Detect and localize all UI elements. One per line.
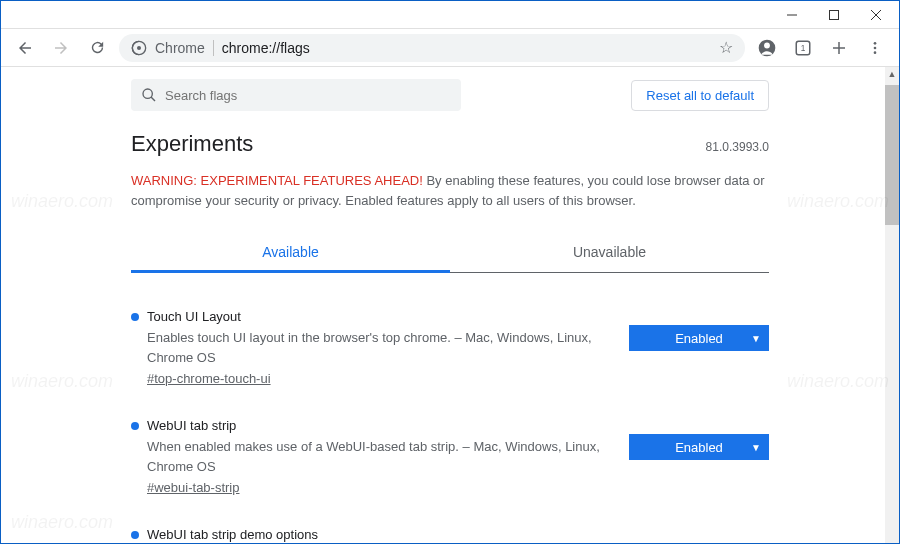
flag-item: WebUI tab strip When enabled makes use o…: [131, 406, 769, 515]
menu-icon[interactable]: [861, 34, 889, 62]
svg-rect-1: [830, 10, 839, 19]
tab-unavailable[interactable]: Unavailable: [450, 234, 769, 272]
nav-back-button[interactable]: [11, 34, 39, 62]
nav-forward-button[interactable]: [47, 34, 75, 62]
flag-hash-link[interactable]: #webui-tab-strip: [147, 480, 609, 495]
flag-description: When enabled makes use of a WebUI-based …: [147, 437, 609, 476]
chevron-down-icon: ▼: [751, 333, 761, 344]
scrollbar[interactable]: ▲: [885, 67, 899, 543]
scroll-up-icon[interactable]: ▲: [885, 67, 899, 81]
window-close-button[interactable]: [855, 1, 897, 29]
svg-point-14: [874, 51, 877, 54]
tab-count-icon[interactable]: 1: [789, 34, 817, 62]
site-info-icon[interactable]: [131, 40, 147, 56]
svg-text:1: 1: [801, 44, 806, 53]
new-tab-button[interactable]: [825, 34, 853, 62]
scrollbar-thumb[interactable]: [885, 85, 899, 225]
flag-state-dropdown[interactable]: Enabled ▼: [629, 434, 769, 460]
flag-state-dropdown[interactable]: Enabled ▼: [629, 325, 769, 351]
warning-prefix: WARNING: EXPERIMENTAL FEATURES AHEAD!: [131, 173, 423, 188]
browser-toolbar: Chrome chrome://flags ☆ 1: [1, 29, 899, 67]
url-text: chrome://flags: [222, 40, 711, 56]
search-icon: [141, 87, 157, 103]
tab-available[interactable]: Available: [131, 234, 450, 273]
version-label: 81.0.3993.0: [706, 140, 769, 154]
svg-point-7: [764, 42, 770, 48]
window-maximize-button[interactable]: [813, 1, 855, 29]
warning-text: WARNING: EXPERIMENTAL FEATURES AHEAD! By…: [131, 171, 769, 210]
flag-item: WebUI tab strip demo options When enable…: [131, 515, 769, 543]
svg-point-12: [874, 42, 877, 45]
profile-icon[interactable]: [753, 34, 781, 62]
svg-point-13: [874, 46, 877, 49]
reset-all-button[interactable]: Reset all to default: [631, 80, 769, 111]
svg-line-16: [151, 97, 155, 101]
address-bar[interactable]: Chrome chrome://flags ☆: [119, 34, 745, 62]
bookmark-star-icon[interactable]: ☆: [719, 38, 733, 57]
svg-point-5: [137, 46, 141, 50]
search-flags-box[interactable]: [131, 79, 461, 111]
nav-reload-button[interactable]: [83, 34, 111, 62]
tabs-row: Available Unavailable: [131, 234, 769, 273]
flag-bullet-icon: [131, 531, 139, 539]
flag-item: Touch UI Layout Enables touch UI layout …: [131, 297, 769, 406]
url-label-chrome: Chrome: [155, 40, 214, 56]
flag-bullet-icon: [131, 422, 139, 430]
flag-description: Enables touch UI layout in the browser's…: [147, 328, 609, 367]
flag-hash-link[interactable]: #top-chrome-touch-ui: [147, 371, 609, 386]
chevron-down-icon: ▼: [751, 442, 761, 453]
page-title: Experiments: [131, 131, 253, 157]
flag-bullet-icon: [131, 313, 139, 321]
window-minimize-button[interactable]: [771, 1, 813, 29]
svg-point-15: [143, 89, 152, 98]
flag-title: Touch UI Layout: [147, 309, 241, 324]
window-titlebar: [1, 1, 899, 29]
flags-list: Touch UI Layout Enables touch UI layout …: [131, 297, 769, 543]
flag-title: WebUI tab strip demo options: [147, 527, 318, 542]
search-input[interactable]: [165, 88, 451, 103]
flag-title: WebUI tab strip: [147, 418, 236, 433]
